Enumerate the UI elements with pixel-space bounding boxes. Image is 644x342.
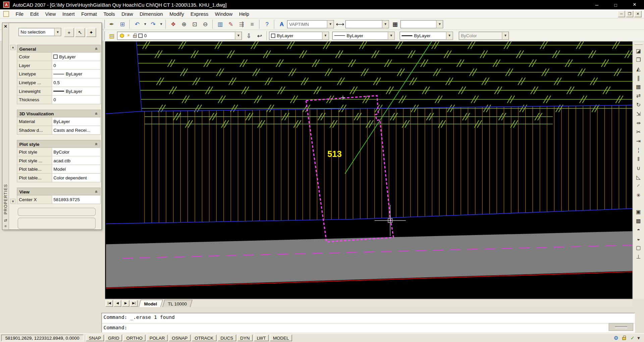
property-value[interactable]: ByLayer [52, 70, 101, 78]
section-header-plot-style[interactable]: Plot style« [17, 140, 101, 148]
rotate-icon[interactable]: ↻ [634, 101, 643, 109]
mdi-minimize-button[interactable]: ─ [618, 10, 625, 17]
collapse-chevron-icon[interactable]: « [94, 112, 100, 115]
menu-help[interactable]: Help [236, 9, 253, 18]
communication-center-icon[interactable]: ❂ [614, 335, 618, 341]
break-icon[interactable]: ‖ [634, 155, 643, 164]
menu-edit[interactable]: Edit [27, 9, 42, 18]
toggle-ortho[interactable]: ORTHO [123, 335, 146, 341]
tab-nav-1[interactable]: ◀ [114, 300, 121, 306]
menu-view[interactable]: View [42, 9, 59, 18]
property-value[interactable]: Color dependent [52, 174, 101, 182]
menu-file[interactable]: File [12, 9, 27, 18]
chamfer-icon[interactable]: ◺ [634, 173, 643, 182]
linetype-control[interactable]: ByLayer ▼ [332, 32, 395, 40]
chevron-down-icon[interactable]: ▼ [436, 20, 443, 28]
drawing-canvas[interactable]: 513 [105, 42, 632, 299]
zoom-realtime-icon[interactable]: ⊕ [179, 19, 189, 29]
command-prompt-line[interactable]: Command: [102, 323, 635, 332]
join-icon[interactable]: ∪ [634, 164, 643, 173]
collapse-chevron-icon[interactable]: « [94, 142, 100, 145]
menu-format[interactable]: Format [78, 9, 100, 18]
named-views-icon[interactable]: ▢ [634, 243, 643, 252]
mirror-icon[interactable]: ◭ [634, 64, 643, 73]
property-value[interactable]: ByLayer [52, 87, 101, 96]
property-value[interactable]: ByColor [52, 148, 101, 157]
toggle-otrack[interactable]: OTRACK [192, 335, 216, 341]
chevron-down-icon[interactable]: ▼ [322, 32, 329, 39]
property-value[interactable]: ByLayer [52, 117, 101, 126]
command-splitter-grip[interactable] [609, 323, 633, 331]
menu-window[interactable]: Window [212, 9, 236, 18]
stretch-icon[interactable]: ⇸ [634, 119, 643, 127]
tab-nav-2[interactable]: ▶ [122, 300, 129, 306]
block-editor-icon[interactable]: ⊞ [117, 19, 127, 29]
mdi-close-button[interactable]: ✕ [634, 10, 642, 17]
extend-icon[interactable]: ⇥ [634, 137, 643, 146]
draworder-bring-above-icon[interactable]: ◓ [634, 225, 643, 234]
lineweight-control[interactable]: ByLayer ▼ [399, 32, 453, 40]
property-value[interactable]: acad.ctb [52, 157, 101, 165]
property-value[interactable]: ByLayer [52, 53, 101, 61]
toolbar-grip[interactable] [634, 44, 642, 45]
table-style-control[interactable]: ▼ [400, 20, 443, 28]
markup-set-manager-icon[interactable]: ✎ [226, 19, 235, 29]
trim-icon[interactable]: ✂ [634, 128, 643, 136]
close-button[interactable]: ✕ [625, 0, 644, 9]
property-value[interactable]: 0 [52, 96, 101, 104]
fillet-icon[interactable]: ◜ [634, 182, 643, 190]
draworder-bring-to-front-icon[interactable]: ▣ [634, 207, 643, 216]
erase-icon[interactable]: ◪ [634, 46, 643, 55]
section-header-general[interactable]: General« [17, 45, 101, 52]
selection-dropdown[interactable]: No selection ▼ [18, 28, 61, 36]
sheet-set-manager-icon[interactable]: ▥ [215, 19, 225, 29]
dim-style-icon[interactable]: ⟷ [335, 19, 345, 29]
array-icon[interactable]: ▦ [634, 82, 643, 91]
layer-manager-icon[interactable]: ▤ [107, 31, 116, 40]
layer-previous-icon[interactable]: ↩ [255, 31, 264, 40]
palette-title-bar[interactable]: ✕ PROPERTIES ⇄ ≡ [2, 23, 9, 230]
quick-select-button[interactable]: ✦ [86, 28, 96, 37]
chevron-down-icon[interactable]: ▼ [388, 32, 394, 39]
break-at-point-icon[interactable]: ¦ [634, 146, 643, 155]
model-space-view[interactable]: 513 [105, 42, 632, 299]
section-header-view[interactable]: View« [17, 188, 101, 195]
toggle-pickadd-button[interactable]: + [64, 28, 74, 37]
help-icon[interactable]: ? [262, 19, 272, 29]
property-value[interactable]: 0.5 [52, 78, 101, 87]
color-control[interactable]: ByLayer ▼ [269, 32, 329, 40]
collapse-chevron-icon[interactable]: « [94, 47, 100, 50]
property-value[interactable]: 581893.9725 [52, 195, 101, 204]
chevron-down-icon[interactable]: ▼ [327, 20, 334, 28]
redo-icon[interactable]: ↷ [148, 19, 158, 29]
chevron-down-icon[interactable]: ▼ [446, 32, 453, 39]
chevron-down-icon[interactable]: ▼ [54, 28, 61, 36]
tray-arrow-icon[interactable]: ▾ [637, 335, 640, 341]
section-header-3d-visualization[interactable]: 3D Visualization« [17, 110, 101, 117]
toggle-osnap[interactable]: OSNAP [169, 335, 191, 341]
etransmit-icon[interactable]: ⇶ [236, 19, 246, 29]
move-icon[interactable]: ⇄ [634, 92, 643, 100]
draworder-send-to-back-icon[interactable]: ▩ [634, 216, 643, 225]
mdi-restore-button[interactable]: ❐ [626, 10, 633, 17]
match-properties-icon[interactable]: ✒ [107, 19, 116, 29]
ucs-icon[interactable]: ⊥ [634, 252, 643, 261]
menu-express[interactable]: Express [187, 9, 212, 18]
explode-icon[interactable]: ✳ [634, 191, 643, 199]
zoom-previous-icon[interactable]: ⊖ [201, 19, 210, 29]
tab-tl-10000[interactable]: TL 10000 [162, 299, 193, 307]
toggle-snap[interactable]: SNAP [86, 335, 104, 341]
offset-icon[interactable]: ∥ [634, 73, 643, 82]
trusted-dwg-icon[interactable]: ✓ [630, 335, 634, 341]
text-style-icon[interactable]: A [277, 19, 286, 29]
chevron-down-icon[interactable]: ▼ [235, 32, 241, 39]
quickcalc-icon[interactable]: ≡ [247, 19, 257, 29]
pan-realtime-icon[interactable]: ❖ [168, 19, 178, 29]
restore-button[interactable]: □ [606, 0, 625, 9]
property-value[interactable]: Model [52, 165, 101, 174]
toolbar-grip[interactable] [104, 31, 105, 40]
undo-icon[interactable]: ↶ [132, 19, 142, 29]
menu-dimension[interactable]: Dimension [136, 9, 166, 18]
tab-nav-0[interactable]: |◀ [106, 300, 113, 306]
command-text-area[interactable]: Command: _.erase 1 found Command: [101, 313, 635, 333]
